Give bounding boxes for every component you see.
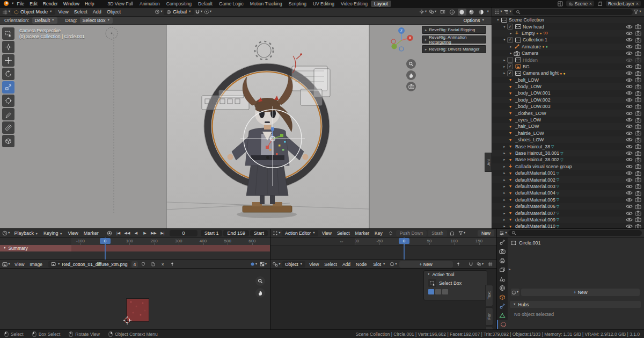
outliner-display-mode-icon[interactable]: ▼ — [503, 9, 512, 16]
outliner-row[interactable]: ▼_body_LOW.001 — [492, 90, 644, 96]
topbar-menu-render[interactable]: Render — [40, 1, 61, 7]
browse-action-icon[interactable] — [386, 229, 395, 236]
disable-in-render-toggle[interactable] — [635, 163, 641, 169]
image-menu-view[interactable]: View — [12, 261, 27, 268]
disable-in-render-toggle[interactable] — [635, 217, 641, 222]
image-menu-image[interactable]: Image — [27, 261, 45, 268]
hide-in-viewport-toggle[interactable] — [626, 197, 633, 203]
properties-tab-render[interactable] — [497, 247, 508, 256]
tool-annotate-button[interactable] — [2, 108, 14, 120]
viewport-canvas[interactable] — [0, 25, 492, 228]
disable-in-render-toggle[interactable] — [635, 90, 641, 96]
outliner-row[interactable]: ▾✓Collection 1 — [492, 37, 644, 43]
hide-in-viewport-toggle[interactable] — [626, 117, 633, 123]
image-pan-button[interactable] — [255, 288, 265, 298]
tool-rotate-button[interactable] — [2, 68, 14, 80]
hide-in-viewport-toggle[interactable] — [626, 184, 633, 189]
view-layer-unlink-icon[interactable]: × — [636, 1, 639, 6]
expand-toggle-icon[interactable]: ▾ — [495, 18, 501, 22]
outliner-row[interactable]: ▸Camera — [492, 50, 644, 56]
expand-toggle-icon[interactable]: ▸ — [502, 191, 507, 195]
disable-in-render-toggle[interactable] — [635, 117, 641, 123]
hide-in-viewport-toggle[interactable] — [626, 150, 633, 156]
hide-in-viewport-toggle[interactable] — [626, 217, 633, 222]
editor-type-3d-icon[interactable]: ▼ — [2, 9, 11, 16]
disable-in-render-toggle[interactable] — [635, 197, 641, 203]
slot-dropdown[interactable]: Slot ▼ — [370, 261, 388, 268]
new-image-icon[interactable] — [149, 261, 157, 268]
properties-tab-output[interactable] — [497, 256, 508, 265]
viewport-menu-view[interactable]: View — [55, 9, 71, 15]
timeline-menu-keying[interactable]: Keying ▼ — [41, 230, 65, 236]
expand-toggle-icon[interactable]: ▾ — [502, 25, 507, 29]
outliner-row[interactable]: ▸▼defaultMaterial.005▽ — [492, 197, 644, 203]
channels-dropdown[interactable]: ▼ — [250, 261, 258, 268]
play-button[interactable]: ▶ — [141, 229, 149, 236]
disable-in-render-toggle[interactable] — [635, 150, 641, 156]
outliner-row[interactable]: ▸▼Base Haircut_38.002▽ — [492, 156, 644, 163]
hide-in-viewport-toggle[interactable] — [626, 170, 633, 176]
properties-search-input[interactable] — [508, 230, 642, 236]
new-material-button[interactable]: + New — [399, 261, 453, 268]
editor-type-outliner-icon[interactable]: ▼ — [494, 9, 503, 16]
disable-in-render-toggle[interactable] — [635, 224, 641, 228]
texture-slot-icon[interactable] — [428, 289, 434, 294]
outliner-row[interactable]: ▸+Empty●●99 — [492, 30, 644, 37]
expand-toggle-icon[interactable]: ▸ — [508, 51, 514, 55]
outliner-row[interactable]: ▸Hidden — [492, 56, 644, 63]
dopesheet-mode-dropdown[interactable]: Action Editor ▼ — [282, 230, 318, 236]
editor-type-shader-icon[interactable]: ▼ — [273, 261, 281, 268]
outliner-row[interactable]: ▼_shoes_LOW — [492, 136, 644, 143]
fake-user-shield-icon[interactable] — [139, 261, 148, 268]
frame-start-field[interactable]: Start 1 — [201, 230, 223, 236]
expand-toggle-icon[interactable]: ▸ — [508, 45, 514, 49]
expand-toggle-icon[interactable]: ▸ — [502, 164, 507, 169]
viewport-menu-select[interactable]: Select — [71, 9, 90, 15]
expand-toggle-icon[interactable]: ▸ — [502, 224, 507, 228]
shader-canvas[interactable]: ▼ Active Tool Select Box TextForPrinci — [270, 269, 496, 329]
outliner-row[interactable]: ▸▼defaultMaterial.009▽ — [492, 217, 644, 223]
disable-in-render-toggle[interactable] — [635, 63, 641, 69]
tool-add-cube-button[interactable] — [2, 135, 14, 147]
outliner-row[interactable]: ▼_hair_LOW — [492, 123, 644, 130]
record-button[interactable] — [106, 229, 113, 236]
active-tool-row[interactable]: Select Box — [424, 278, 487, 287]
tool-transform-button[interactable] — [2, 95, 14, 107]
editor-type-dopesheet-icon[interactable]: ▼ — [273, 229, 281, 236]
disable-in-render-toggle[interactable] — [635, 177, 641, 183]
outliner-row[interactable]: ▸▼defaultMaterial.006▽ — [492, 203, 644, 210]
outliner-row[interactable]: ▸+Collada visual scene group — [492, 163, 644, 170]
reverig-panel-2[interactable]: ▸ReveRig: Drivers Manager — [422, 45, 486, 53]
timeline-playhead-label[interactable]: 0 — [100, 238, 111, 244]
disable-in-render-toggle[interactable] — [635, 84, 641, 90]
expand-toggle-icon[interactable]: ▸ — [502, 204, 507, 208]
disable-in-render-toggle[interactable] — [635, 44, 641, 49]
outliner-row[interactable]: ▼_clothes_LOW — [492, 110, 644, 116]
outliner-row[interactable]: ▼_body_LOW.003 — [492, 103, 644, 110]
expand-toggle-icon[interactable]: ▸ — [502, 58, 507, 62]
disable-in-render-toggle[interactable] — [635, 190, 641, 196]
show-gizmo-button[interactable]: ▼ — [419, 9, 428, 16]
properties-tab-view-layer[interactable] — [497, 265, 508, 274]
texture-slot-icon[interactable] — [435, 289, 441, 294]
properties-tab-world[interactable] — [497, 283, 508, 292]
stash-button[interactable]: Stash — [428, 230, 447, 236]
hide-in-viewport-toggle[interactable] — [626, 104, 633, 109]
hide-in-viewport-toggle[interactable] — [626, 204, 633, 209]
shading-solid-button[interactable] — [458, 9, 466, 16]
disable-in-render-toggle[interactable] — [635, 170, 641, 176]
disable-in-render-toggle[interactable] — [635, 30, 641, 36]
expand-toggle-icon[interactable]: ▸ — [502, 151, 507, 155]
shader-sidebar-tab-for[interactable]: For — [485, 307, 493, 326]
dopesheet-menu-select[interactable]: Select — [334, 230, 353, 236]
hide-in-viewport-toggle[interactable] — [626, 177, 633, 183]
workspace-tab-motion-tracking[interactable]: Motion Tracking — [247, 1, 286, 7]
shader-overlay-icon[interactable]: ▼ — [476, 261, 485, 268]
disable-in-render-toggle[interactable] — [635, 104, 641, 110]
display-texture-dropdown[interactable]: ▼ — [259, 261, 268, 268]
shading-rendered-button[interactable] — [477, 9, 486, 16]
tool-cursor-button[interactable] — [2, 41, 14, 53]
viewport-menu-object[interactable]: Object — [104, 9, 123, 15]
workspace-tab-uv-editing[interactable]: UV Editing — [310, 1, 338, 7]
browse-material-data-icon[interactable]: ▼ — [511, 289, 519, 296]
